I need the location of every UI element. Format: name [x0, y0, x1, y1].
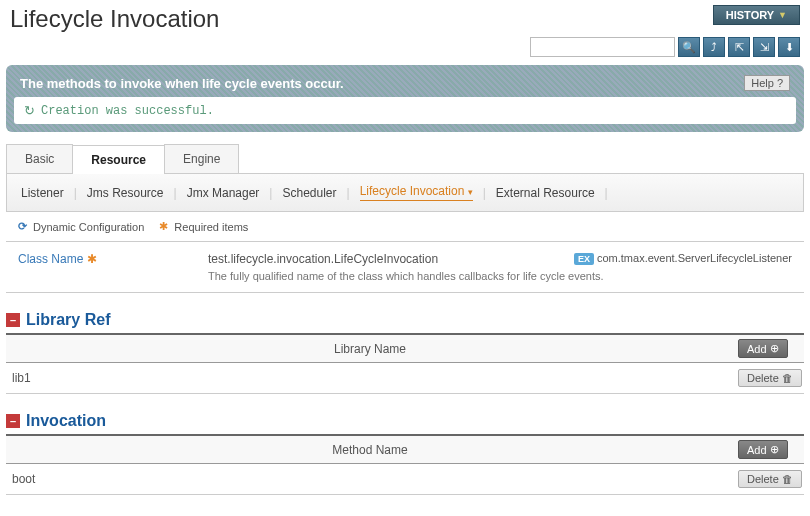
main-tabs: Basic Resource Engine	[6, 144, 804, 174]
separator: |	[174, 186, 177, 200]
refresh-icon: ↻	[24, 103, 35, 118]
method-name-column: Method Name	[6, 437, 734, 463]
search-input[interactable]	[530, 37, 675, 57]
separator: |	[347, 186, 350, 200]
library-name-column: Library Name	[6, 336, 734, 362]
xml-export-icon[interactable]: ⇲	[753, 37, 775, 57]
subtab-label: Lifecycle Invocation	[360, 184, 465, 198]
library-ref-title: Library Ref	[26, 311, 110, 329]
delete-label: Delete	[747, 372, 779, 384]
history-label: HISTORY	[726, 9, 774, 21]
info-text: The methods to invoke when life cycle ev…	[20, 76, 344, 91]
tab-resource[interactable]: Resource	[72, 145, 165, 174]
chevron-down-icon: ▼	[778, 10, 787, 20]
delete-label: Delete	[747, 473, 779, 485]
plus-icon: ⊕	[770, 443, 779, 456]
tab-basic[interactable]: Basic	[6, 144, 73, 173]
class-name-example: EX com.tmax.event.ServerLifecycleListene…	[574, 252, 792, 264]
collapse-icon[interactable]: –	[6, 414, 20, 428]
invocation-row-name[interactable]: boot	[6, 464, 734, 494]
tab-engine[interactable]: Engine	[164, 144, 239, 173]
legend-bar: ⟳ Dynamic Configuration ✱ Required items	[6, 212, 804, 242]
subtab-jms-resource[interactable]: Jms Resource	[87, 186, 164, 200]
add-library-button[interactable]: Add ⊕	[738, 339, 788, 358]
xml-import-icon[interactable]: ⇱	[728, 37, 750, 57]
subtab-scheduler[interactable]: Scheduler	[282, 186, 336, 200]
separator: |	[483, 186, 486, 200]
required-icon: ✱	[159, 220, 168, 233]
separator: |	[269, 186, 272, 200]
delete-invocation-button[interactable]: Delete 🗑	[738, 470, 802, 488]
trash-icon: 🗑	[782, 473, 793, 485]
table-row: lib1 Delete 🗑	[6, 363, 804, 394]
subtab-lifecycle-invocation[interactable]: Lifecycle Invocation ▾	[360, 184, 473, 201]
trash-icon: 🗑	[782, 372, 793, 384]
history-button[interactable]: HISTORY ▼	[713, 5, 800, 25]
separator: |	[74, 186, 77, 200]
plus-icon: ⊕	[770, 342, 779, 355]
export-icon[interactable]: ⤴	[703, 37, 725, 57]
example-text: com.tmax.event.ServerLifecycleListener	[597, 252, 792, 264]
download-icon[interactable]: ⬇	[778, 37, 800, 57]
example-badge: EX	[574, 253, 594, 265]
sub-tabs: Listener | Jms Resource | Jmx Manager | …	[6, 174, 804, 212]
info-panel: The methods to invoke when life cycle ev…	[6, 65, 804, 132]
library-ref-section: – Library Ref Library Name Add ⊕ lib1 De…	[6, 311, 804, 394]
table-row: boot Delete 🗑	[6, 464, 804, 495]
delete-library-button[interactable]: Delete 🗑	[738, 369, 802, 387]
add-label: Add	[747, 343, 767, 355]
invocation-section: – Invocation Method Name Add ⊕ boot Dele…	[6, 412, 804, 495]
class-name-label: Class Name	[18, 252, 83, 266]
class-name-value: test.lifecycle.invocation.LifeCycleInvoc…	[208, 252, 438, 266]
class-name-description: The fully qualified name of the class wh…	[208, 270, 792, 282]
subtab-listener[interactable]: Listener	[21, 186, 64, 200]
add-invocation-button[interactable]: Add ⊕	[738, 440, 788, 459]
required-label: Required items	[174, 221, 248, 233]
invocation-header: Method Name Add ⊕	[6, 436, 804, 464]
add-label: Add	[747, 444, 767, 456]
separator: |	[605, 186, 608, 200]
help-button[interactable]: Help ?	[744, 75, 790, 91]
class-name-field: Class Name ✱ test.lifecycle.invocation.L…	[6, 242, 804, 293]
subtab-external-resource[interactable]: External Resource	[496, 186, 595, 200]
dynamic-config-label: Dynamic Configuration	[33, 221, 144, 233]
status-message: ↻ Creation was successful.	[14, 97, 796, 124]
subtab-jmx-manager[interactable]: Jmx Manager	[187, 186, 260, 200]
page-title: Lifecycle Invocation	[10, 5, 219, 33]
invocation-title: Invocation	[26, 412, 106, 430]
collapse-icon[interactable]: –	[6, 313, 20, 327]
search-icon[interactable]: 🔍	[678, 37, 700, 57]
library-ref-header: Library Name Add ⊕	[6, 335, 804, 363]
dynamic-config-icon: ⟳	[18, 220, 27, 233]
chevron-down-icon: ▾	[468, 187, 473, 197]
required-icon: ✱	[87, 252, 97, 266]
message-text: Creation was successful.	[41, 104, 214, 118]
library-row-name[interactable]: lib1	[6, 363, 734, 393]
